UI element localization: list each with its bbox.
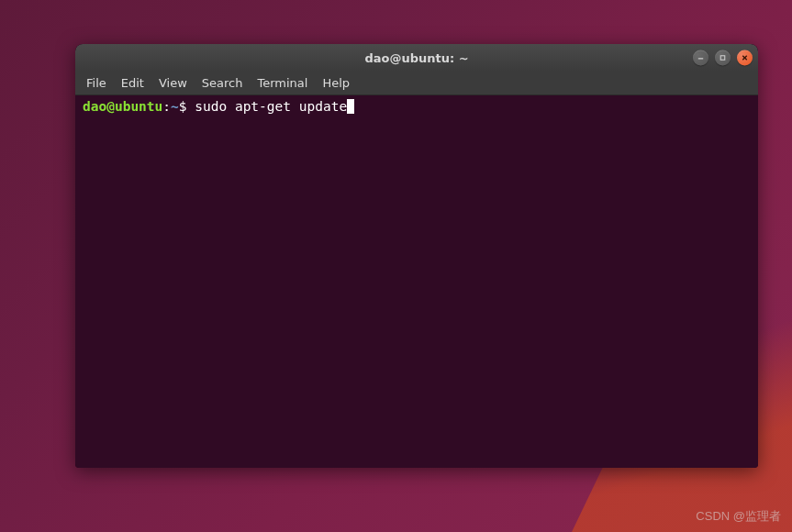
prompt-user-host: dao@ubuntu (83, 99, 162, 114)
menu-edit[interactable]: Edit (114, 73, 151, 93)
menu-help[interactable]: Help (315, 73, 357, 93)
minimize-button[interactable] (693, 50, 708, 66)
minimize-icon (697, 54, 705, 62)
menu-search[interactable]: Search (195, 73, 251, 93)
command-text: sudo apt-get update (195, 99, 347, 114)
prompt-separator: : (162, 99, 171, 114)
maximize-button[interactable] (715, 50, 731, 66)
svg-rect-1 (720, 56, 725, 61)
menu-file[interactable]: File (79, 73, 114, 93)
window-title: dao@ubuntu: ~ (364, 51, 468, 65)
window-controls (693, 50, 753, 66)
cursor-icon (347, 99, 354, 114)
watermark-text: CSDN @监理者 (696, 508, 781, 525)
terminal-window: dao@ubuntu: ~ File Edit View Search Term… (75, 44, 758, 468)
prompt-symbol: $ (179, 99, 195, 114)
close-icon (741, 54, 749, 62)
menu-view[interactable]: View (151, 73, 195, 93)
menu-terminal[interactable]: Terminal (250, 73, 315, 93)
titlebar[interactable]: dao@ubuntu: ~ (75, 44, 758, 72)
prompt-path: ~ (171, 99, 179, 114)
maximize-icon (719, 54, 727, 62)
menubar: File Edit View Search Terminal Help (75, 72, 758, 95)
terminal-body[interactable]: dao@ubuntu:~$ sudo apt-get update (75, 95, 758, 468)
close-button[interactable] (737, 50, 753, 66)
prompt-line: dao@ubuntu:~$ sudo apt-get update (83, 98, 751, 116)
